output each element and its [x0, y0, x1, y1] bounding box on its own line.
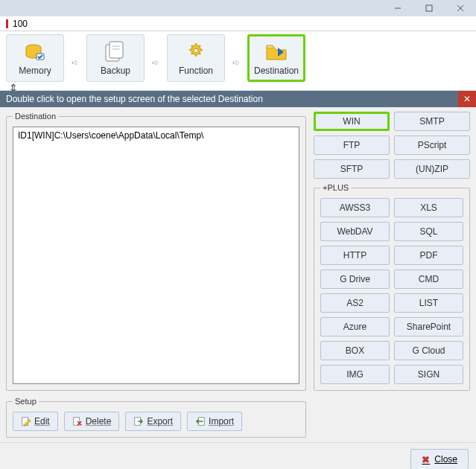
as2-button[interactable]: AS2 — [320, 293, 390, 313]
arrow-icon: ➪ — [72, 57, 79, 68]
ribbon-value: 100 — [13, 19, 28, 29]
destination-list[interactable]: ID1[WIN]C:\Users\coene\AppData\Local\Tem… — [13, 127, 299, 384]
sftp-button[interactable]: SFTP — [314, 159, 390, 179]
gcloud-button[interactable]: G Cloud — [394, 341, 463, 360]
awss3-button[interactable]: AWSS3 — [320, 198, 390, 217]
webdav-button[interactable]: WebDAV — [320, 222, 390, 241]
function-step-button[interactable]: Function — [167, 34, 225, 82]
close-icon: ✖ — [422, 454, 430, 465]
footer: ✖ Close — [0, 442, 476, 469]
destination-step-button[interactable]: Destination — [247, 34, 305, 82]
sharepoint-button[interactable]: SharePoint — [394, 317, 463, 336]
import-icon — [195, 416, 206, 427]
memory-step-button[interactable]: Memory — [6, 34, 64, 82]
memory-step-label: Memory — [19, 66, 51, 76]
plus-legend: +PLUS — [320, 183, 351, 192]
app-icon — [6, 19, 8, 28]
export-button[interactable]: Export — [125, 412, 181, 431]
step-toolbar: Memory ➪ Backup ➪ Function ➪ Destination — [0, 31, 476, 91]
arrow-icon: ➪ — [152, 57, 159, 68]
hint-close-button[interactable]: ✕ — [458, 91, 476, 107]
hint-bar: Double click to open the setup screen of… — [0, 91, 476, 107]
svg-point-10 — [194, 48, 198, 53]
box-button[interactable]: BOX — [320, 341, 390, 360]
arrow-icon: ➪ — [232, 57, 240, 68]
list-button[interactable]: LIST — [394, 293, 463, 313]
backup-step-button[interactable]: Backup — [86, 34, 145, 82]
setup-legend: Setup — [13, 397, 39, 406]
destination-step-label: Destination — [254, 66, 299, 76]
cmd-button[interactable]: CMD — [394, 269, 463, 289]
destination-group: Destination ID1[WIN]C:\Users\coene\AppDa… — [6, 112, 306, 391]
http-button[interactable]: HTTP — [320, 246, 390, 265]
list-item[interactable]: ID1[WIN]C:\Users\coene\AppData\Local\Tem… — [18, 130, 294, 141]
svg-rect-1 — [426, 5, 432, 11]
pscript-button[interactable]: PScript — [394, 135, 470, 155]
gdrive-button[interactable]: G Drive — [320, 269, 390, 289]
import-button[interactable]: Import — [187, 412, 242, 431]
category-grid: WIN SMTP FTP PScript SFTP (UN)ZIP — [314, 112, 470, 179]
smtp-button[interactable]: SMTP — [394, 112, 470, 131]
minimize-button[interactable] — [382, 0, 413, 16]
ftp-button[interactable]: FTP — [314, 135, 390, 155]
function-step-label: Function — [179, 66, 213, 76]
delete-icon — [72, 416, 83, 427]
plus-group: +PLUS AWSS3 XLS WebDAV SQL HTTP PDF G Dr… — [314, 183, 470, 391]
unzip-button[interactable]: (UN)ZIP — [394, 159, 470, 179]
destination-legend: Destination — [13, 112, 58, 121]
hint-text: Double click to open the setup screen of… — [6, 94, 263, 104]
edit-button[interactable]: Edit — [13, 412, 58, 431]
sign-button[interactable]: SIGN — [394, 365, 463, 384]
ribbon-bar: 100 — [0, 16, 476, 31]
backup-step-label: Backup — [101, 66, 130, 76]
maximize-button[interactable] — [413, 0, 445, 16]
azure-button[interactable]: Azure — [320, 317, 390, 336]
img-button[interactable]: IMG — [320, 365, 390, 384]
pdf-button[interactable]: PDF — [394, 246, 463, 265]
edit-icon — [21, 416, 31, 427]
delete-button[interactable]: Delete — [64, 412, 120, 431]
win-button[interactable]: WIN — [314, 112, 390, 131]
xls-button[interactable]: XLS — [394, 198, 463, 217]
sql-button[interactable]: SQL — [394, 222, 463, 241]
close-button[interactable]: ✖ Close — [410, 449, 469, 469]
window-titlebar — [0, 0, 476, 16]
svg-rect-7 — [110, 42, 123, 58]
window-close-button[interactable] — [445, 0, 476, 16]
export-icon — [133, 416, 144, 427]
setup-group: Setup Edit Delete Export Import — [6, 397, 306, 438]
